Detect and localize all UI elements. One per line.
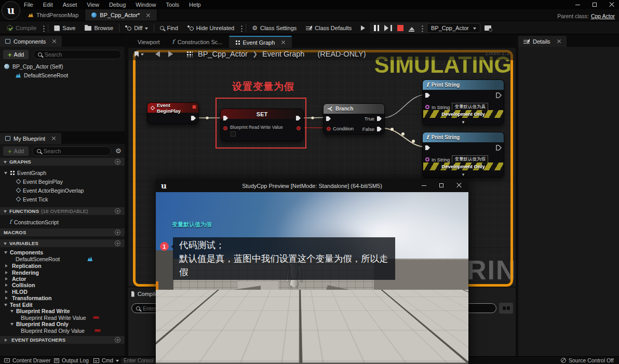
forward-icon[interactable] (168, 51, 176, 57)
exec-out-pin[interactable] (191, 115, 196, 121)
my-blueprint-search-input[interactable] (44, 148, 106, 154)
content-drawer-button[interactable]: Content Drawer (4, 357, 51, 363)
close-icon[interactable] (557, 39, 561, 44)
preview-viewport[interactable]: 变量默认值为假 1 代码测试； 默认值是真，蓝图中我们设置这个变量为假，所以走假 (156, 192, 468, 364)
menu-help[interactable]: Help (189, 2, 201, 8)
event-beginplay-row[interactable]: Event BeginPlay (17, 178, 63, 185)
event-dispatchers-section-header[interactable]: EVENT DISPATCHERS (0, 336, 125, 344)
condition-pin[interactable]: Condition (327, 126, 354, 131)
tab-thirdpersonmap[interactable]: ThirdPersonMap (22, 9, 85, 21)
close-icon[interactable] (52, 39, 57, 44)
add-component-button[interactable]: +Add (3, 50, 29, 59)
diff-button[interactable]: Diff (120, 21, 153, 35)
menu-tools[interactable]: Tools (166, 2, 179, 8)
component-row-scene-root[interactable]: DefaultSceneRoot (16, 72, 68, 78)
node-print-string-true[interactable]: f Print String In String 变量默认值为真 Develop… (422, 79, 504, 125)
details-tab[interactable]: Details (518, 36, 567, 47)
bookmark-icon[interactable] (134, 51, 139, 57)
tab-construction-script[interactable]: f Construction Sc... (166, 36, 229, 48)
exec-in-pin[interactable] (425, 92, 430, 98)
breadcrumb-current[interactable]: Event Graph (262, 50, 304, 58)
close-icon[interactable] (456, 182, 462, 188)
menu-edit[interactable]: Edit (43, 2, 53, 8)
event-tick-row[interactable]: Event Tick (17, 196, 48, 203)
menu-file[interactable]: File (24, 2, 33, 8)
class-settings-button[interactable]: ⚙Class Settings (247, 21, 301, 35)
source-control-button[interactable]: Source Control Off (561, 357, 614, 363)
menu-view[interactable]: View (87, 2, 99, 8)
hide-unrelated-button[interactable]: Hide Unrelated (183, 21, 239, 35)
false-pin[interactable]: False (362, 126, 382, 132)
find-in-blueprint-button[interactable] (499, 303, 513, 314)
node-print-string-false[interactable]: f Print String In String 变量默认值为假 Develop… (422, 132, 504, 178)
functions-section-header[interactable]: FUNCTIONS (18 OVERRIDABLE) (0, 207, 125, 215)
var-blueprint-read-only-value[interactable]: Blueprint Read Only Value (21, 327, 101, 334)
find-button[interactable]: Find (155, 21, 182, 35)
add-blueprint-item-button[interactable]: +Add (3, 146, 29, 156)
cmd-dropdown[interactable]: Cmd (93, 357, 119, 363)
debug-object-dropdown[interactable]: BP_Cpp_Actor (427, 23, 480, 33)
tab-bp-cpp-actor[interactable]: BP_Cpp_Actor* (85, 9, 157, 21)
browse-button[interactable]: Browse (80, 21, 118, 35)
browse-to-object-icon[interactable] (485, 25, 491, 31)
unreal-logo-icon[interactable]: u (2, 1, 20, 20)
maximize-icon[interactable] (438, 182, 445, 188)
var-default-scene-root[interactable]: DefaultSceneRoot (16, 255, 92, 262)
output-log-button[interactable]: Output Log (54, 357, 89, 363)
playback-options-icon[interactable] (422, 25, 423, 32)
chevron-down-icon[interactable]: ▾ (423, 172, 504, 177)
components-search[interactable] (33, 50, 122, 59)
pause-icon[interactable] (374, 25, 379, 31)
minimize-icon[interactable] (421, 182, 427, 188)
compile-button[interactable]: Compile (2, 21, 41, 35)
add-dispatcher-icon[interactable] (115, 337, 120, 343)
close-icon[interactable] (609, 2, 615, 8)
save-button[interactable]: Save (49, 21, 80, 35)
exec-in-pin[interactable] (326, 116, 331, 122)
macros-section-header[interactable]: MACROS (0, 228, 125, 236)
construction-script-row[interactable]: f ConstructionScript (9, 219, 59, 225)
var-category-transformation[interactable]: Transformation (4, 294, 51, 301)
var-group-blueprint-read-write[interactable]: Blueprint Read Write (10, 307, 70, 314)
component-row-self[interactable]: BP_Cpp_Actor (Self) (4, 63, 63, 70)
restore-icon[interactable] (591, 2, 598, 8)
my-blueprint-tab[interactable]: My Blueprint (0, 133, 61, 144)
event-actorbeginoverlap-row[interactable]: Event ActorBeginOverlap (17, 187, 84, 194)
node-event-beginplay[interactable]: Event BeginPlay (147, 102, 199, 124)
close-icon[interactable] (281, 40, 286, 45)
components-search-input[interactable] (45, 51, 117, 58)
node-branch[interactable]: Branch Condition True False (323, 103, 385, 134)
true-pin[interactable]: True (365, 116, 382, 122)
exec-in-pin[interactable] (425, 145, 430, 151)
chevron-down-icon[interactable] (141, 53, 144, 57)
eventgraph-row[interactable]: EventGraph (4, 169, 46, 176)
tab-close-icon[interactable] (146, 13, 151, 18)
var-category-replication[interactable]: Replication (4, 262, 42, 269)
back-icon[interactable] (152, 51, 160, 57)
compile-options-icon[interactable] (43, 25, 45, 32)
components-tab[interactable]: Components (0, 36, 62, 47)
stop-icon[interactable] (397, 25, 403, 31)
hide-unrelated-options-icon[interactable] (241, 25, 243, 32)
eject-icon[interactable] (409, 24, 414, 32)
class-defaults-button[interactable]: Class Defaults (301, 21, 356, 35)
var-category-components[interactable]: Components (4, 249, 43, 255)
add-function-icon[interactable] (115, 208, 120, 214)
var-group-blueprint-read-only[interactable]: Blueprint Read Only (10, 320, 69, 327)
breadcrumb-root[interactable]: BP_Cpp_Actor (198, 50, 248, 58)
graphs-section-header[interactable]: GRAPHS (0, 158, 125, 166)
minimize-icon[interactable] (574, 2, 581, 8)
variables-section-header[interactable]: VARIABLES (0, 239, 125, 247)
exec-out-pin[interactable] (496, 92, 502, 98)
exec-out-pin[interactable] (496, 145, 502, 151)
menu-window[interactable]: Window (136, 2, 156, 8)
tab-event-graph[interactable]: Event Graph (229, 36, 292, 48)
chevron-down-icon[interactable]: ▾ (423, 120, 504, 124)
var-category-collision[interactable]: Collision (4, 281, 35, 288)
tab-viewport[interactable]: Viewport (128, 36, 166, 48)
menu-debug[interactable]: Debug (109, 2, 126, 8)
menu-asset[interactable]: Asset (63, 2, 77, 8)
compiler-results-tab[interactable]: Compile (131, 291, 158, 297)
my-blueprint-search[interactable] (32, 146, 111, 156)
close-icon[interactable] (51, 136, 56, 141)
